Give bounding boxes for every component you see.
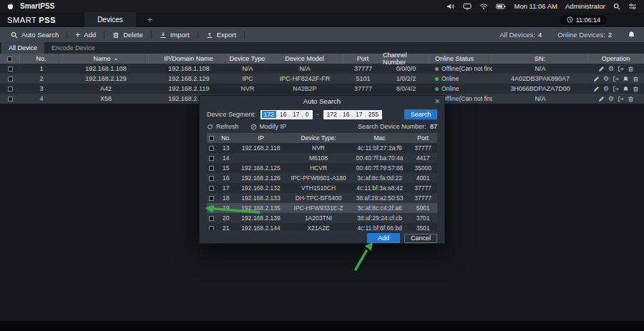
app-titlebar: SMARTPSS Devices + 11:06:14 [0, 12, 644, 27]
wifi-icon[interactable] [479, 3, 488, 10]
auto-search-dialog: Auto Search ✕ Device Segment: 172.16.17.… [199, 95, 445, 244]
ip-octet[interactable]: 17 [291, 111, 301, 118]
new-tab-button[interactable]: + [147, 15, 153, 24]
device-row[interactable]: 2 192.168.2.129 192.168.2.129 IPC IPC-HF… [0, 74, 644, 84]
menubar-app-name[interactable]: SmartPSS [20, 2, 54, 10]
logout-device-icon[interactable] [613, 86, 619, 92]
result-checkbox[interactable] [209, 196, 214, 201]
cell-port: 4417 [409, 153, 437, 163]
search-button[interactable]: Search [404, 109, 437, 119]
select-all-checkbox[interactable] [7, 56, 12, 61]
apple-menu-icon[interactable] [7, 2, 14, 10]
delete-device-icon[interactable] [633, 86, 639, 92]
modify-ip-button[interactable]: Modify IP [250, 123, 287, 130]
control-center-icon[interactable] [628, 3, 637, 10]
tab-encode-device[interactable]: Encode Device [44, 42, 102, 54]
search-result-row[interactable]: 15 192.168.2.125 HCVR 00:40:7f:79:57:66 … [207, 163, 437, 173]
result-checkbox[interactable] [209, 146, 214, 151]
spotlight-search-icon[interactable] [613, 3, 620, 10]
volume-icon[interactable] [447, 3, 455, 10]
device-table-header: No. Name ▲ IP/Domain Name Device Type De… [0, 54, 644, 64]
search-result-row[interactable]: 17 192.168.2.132 VTH1510CH 4c:11:bf:3a:a… [207, 183, 437, 193]
row-checkbox[interactable] [8, 97, 13, 102]
delete-device-button[interactable]: Delete [104, 30, 151, 39]
cell-operation: ⚙ [588, 64, 644, 74]
result-checkbox[interactable] [209, 156, 214, 161]
col-name[interactable]: Name ▲ [63, 54, 149, 64]
row-checkbox[interactable] [8, 76, 13, 81]
select-all-results-checkbox[interactable] [209, 136, 214, 141]
search-result-row[interactable]: 14 M6108 00:40:7f:ba:70:4a 4417 [207, 153, 437, 163]
device-config-gear-icon[interactable]: ⚙ [603, 76, 609, 82]
search-result-row[interactable]: 20 192.168.2.139 1A203TNI 38:af:29:24:cf… [207, 213, 437, 223]
ip-octet[interactable]: 16 [341, 111, 351, 118]
logout-device-icon[interactable] [618, 96, 624, 102]
result-checkbox[interactable] [209, 206, 214, 211]
import-button[interactable]: Import [152, 30, 198, 39]
alarm-config-icon[interactable] [623, 86, 629, 92]
tab-devices[interactable]: Devices [84, 12, 136, 27]
auto-search-button[interactable]: Auto Search [3, 30, 67, 39]
search-result-row[interactable]: 13 192.168.2.118 NVR 4c:11:bf:27:2a:f9 3… [207, 143, 437, 153]
search-result-row[interactable]: 18 192.168.2.133 DH-TPC-BF5400 38:af:29:… [207, 193, 437, 203]
status-dot [435, 67, 439, 71]
desktop-strip [0, 321, 644, 331]
edit-device-icon[interactable] [598, 66, 605, 72]
row-checkbox[interactable] [8, 87, 13, 92]
cell-device-type: NVR [229, 84, 266, 94]
alarm-config-icon[interactable] [623, 76, 629, 82]
battery-icon[interactable] [496, 4, 506, 9]
menubar-user-menu[interactable]: Administrator [565, 2, 605, 10]
cell-ip: 192.168.1.108 [149, 64, 229, 74]
refresh-button[interactable]: Refresh [207, 123, 239, 130]
device-row[interactable]: 1 192.168.1.108 192.168.1.108 N/A N/A 37… [0, 64, 644, 74]
cell-no: 20 [217, 213, 235, 223]
cancel-button[interactable]: Cancel [404, 234, 437, 243]
result-checkbox[interactable] [209, 176, 214, 181]
status-dot [435, 77, 439, 81]
search-result-row[interactable]: 19 192.168.2.135 IPC-HFW9331E-Z 3c:af:8c… [207, 203, 437, 213]
add-device-button[interactable]: + Add [67, 30, 104, 39]
display-icon[interactable] [463, 3, 472, 10]
ip-octet[interactable]: 0 [303, 111, 311, 118]
result-checkbox[interactable] [209, 216, 214, 221]
edit-device-icon[interactable] [593, 76, 600, 82]
search-result-row[interactable]: 21 192.168.2.144 X21A2E 4c:11:bf:6f:66:b… [207, 223, 437, 230]
logout-device-icon[interactable] [613, 76, 619, 82]
cell-port: 37777 [343, 64, 383, 74]
device-config-gear-icon[interactable]: ⚙ [603, 86, 609, 92]
search-result-row[interactable]: 16 192.168.2.126 IPC-PFW8601-A180 3c:af:… [207, 173, 437, 183]
col-mac: Mac [351, 133, 409, 143]
dialog-footer: Add Cancel [200, 230, 444, 246]
ip-start-input[interactable]: 172.16.17.0 [260, 110, 313, 119]
export-button[interactable]: Export [198, 30, 245, 39]
edit-device-icon[interactable] [598, 96, 605, 102]
delete-device-icon[interactable] [628, 96, 634, 102]
device-config-gear-icon[interactable]: ⚙ [608, 96, 614, 102]
device-config-gear-icon[interactable]: ⚙ [608, 66, 614, 72]
app-logo: SMARTPSS [7, 16, 56, 24]
ip-octet[interactable]: 172 [262, 111, 276, 118]
ip-octet[interactable]: 17 [353, 111, 364, 118]
ip-octet[interactable]: 172 [325, 111, 339, 118]
cell-ip: 192.168.2.132 [235, 183, 287, 193]
result-checkbox[interactable] [209, 166, 214, 171]
logout-device-icon[interactable] [618, 66, 624, 72]
alarm-bell-icon[interactable] [628, 31, 635, 39]
cell-operation: ⚙ [588, 94, 644, 104]
ip-octet[interactable]: 16 [278, 111, 288, 118]
ip-octet[interactable]: 255 [366, 111, 381, 118]
cell-sn: 3H066BDPAZA7D00 [492, 84, 588, 94]
delete-device-icon[interactable] [628, 66, 634, 72]
tab-all-device[interactable]: All Device [1, 42, 44, 54]
app-clock-display: 11:06:14 [560, 15, 607, 25]
result-checkbox[interactable] [209, 186, 214, 191]
ip-end-input[interactable]: 172.16.17.255 [323, 110, 382, 119]
edit-device-icon[interactable] [593, 86, 600, 92]
row-checkbox[interactable] [8, 66, 13, 71]
add-selected-devices-button[interactable]: Add [367, 233, 400, 243]
device-row[interactable]: 3 A42 192.168.2.119 NVR N42B2P 37777 8/0… [0, 84, 644, 94]
close-icon[interactable]: ✕ [434, 96, 440, 107]
delete-device-icon[interactable] [633, 76, 639, 82]
result-checkbox[interactable] [209, 226, 214, 231]
